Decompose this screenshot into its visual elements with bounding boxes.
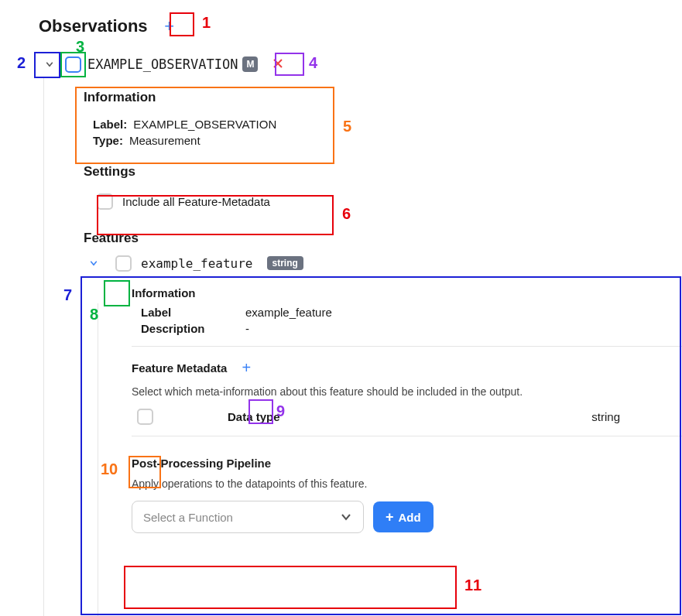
add-metadata-button[interactable]: + (236, 358, 256, 378)
feature-metadata-heading: Feature Metadata (132, 361, 227, 375)
feature-label-value: example_feature (245, 306, 332, 319)
tree-guide (98, 303, 98, 616)
annotation-number: 4 (309, 54, 317, 72)
annotation-number: 2 (17, 54, 26, 72)
annotation-number: 9 (276, 402, 285, 420)
annotation-number: 11 (464, 577, 482, 594)
plus-icon: + (386, 510, 394, 524)
info-label-value: EXAMPLE_OBSERVATION (133, 118, 276, 131)
settings-heading: Settings (84, 164, 682, 180)
include-all-metadata-checkbox[interactable] (97, 193, 113, 210)
annotation-number: 8 (90, 306, 98, 323)
add-observation-button[interactable]: + (159, 15, 180, 37)
expand-feature-toggle[interactable] (84, 253, 104, 273)
metadata-row-value: string (591, 410, 620, 423)
remove-observation-button[interactable] (272, 56, 284, 72)
annotation-number: 7 (63, 286, 72, 304)
annotation-number: 1 (202, 14, 211, 32)
feature-information-heading: Information (132, 286, 682, 299)
annotation-number: 3 (76, 38, 84, 56)
divider (132, 436, 682, 436)
info-type-key: Type: (93, 134, 123, 147)
pipeline-heading: Post-Processing Pipeline (132, 457, 682, 470)
add-button-label: Add (399, 511, 421, 524)
tree-guide (43, 77, 44, 616)
observations-title: Observations (39, 16, 148, 36)
feature-include-checkbox[interactable] (115, 255, 132, 272)
metadata-help-text: Select which meta-information about this… (132, 385, 682, 398)
function-select[interactable]: Select a Function (132, 501, 364, 533)
info-label-key: Label: (93, 118, 127, 131)
plus-icon: + (242, 360, 252, 375)
add-function-button[interactable]: + Add (373, 501, 434, 532)
chevron-down-icon (45, 60, 54, 69)
annotation-number: 5 (343, 118, 351, 135)
feature-description-key: Description (141, 322, 214, 335)
pipeline-help-text: Apply operations to the datapoints of th… (132, 477, 682, 490)
feature-type-badge: string (267, 256, 303, 270)
observation-label: EXAMPLE_OBSERVATION (87, 56, 238, 72)
info-type-value: Measurement (129, 134, 200, 147)
function-select-placeholder: Select a Function (143, 511, 233, 524)
observation-include-checkbox[interactable] (65, 56, 81, 73)
include-all-metadata-label: Include all Feature-Metadata (122, 195, 270, 208)
close-icon (272, 57, 284, 70)
chevron-down-icon (340, 511, 352, 523)
features-heading: Features (84, 231, 682, 246)
feature-description-value: - (245, 322, 249, 335)
annotation-number: 10 (101, 460, 118, 478)
observation-type-badge: M (242, 56, 258, 72)
plus-icon: + (164, 18, 174, 35)
expand-observation-toggle[interactable] (39, 54, 60, 74)
chevron-down-icon (89, 258, 98, 268)
divider (132, 346, 682, 347)
annotation-box (124, 566, 457, 609)
metadata-row-checkbox[interactable] (137, 409, 153, 425)
metadata-row-label: Data type (228, 410, 280, 423)
information-heading: Information (84, 90, 682, 105)
annotation-number: 6 (342, 205, 351, 223)
feature-label: example_feature (141, 256, 253, 271)
feature-label-key: Label (141, 306, 214, 319)
